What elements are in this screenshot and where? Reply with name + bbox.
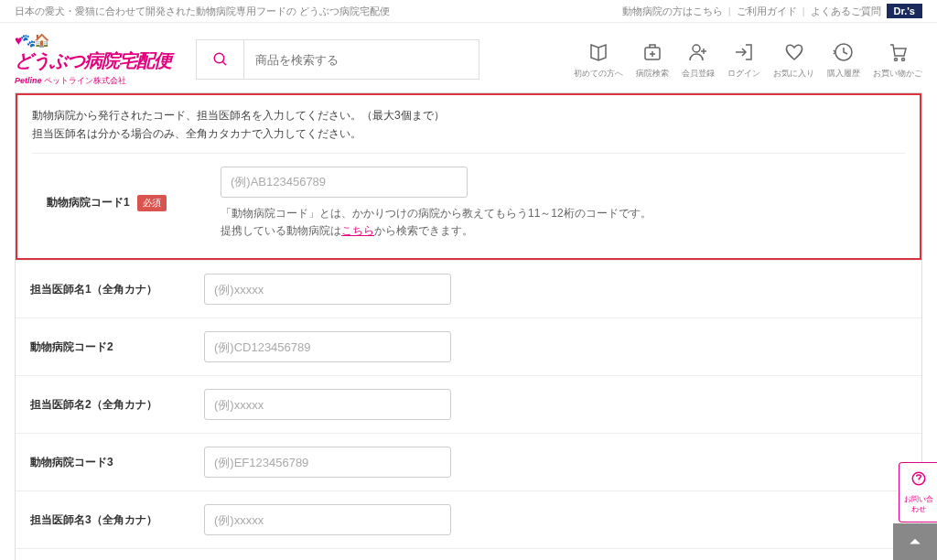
- nav-history[interactable]: 購入履歴: [827, 40, 860, 80]
- logo[interactable]: ♥🐾🏠 どうぶつ病院宅配便 Petline ペットライン株式会社: [15, 32, 179, 87]
- nav-favorite[interactable]: お気に入り: [773, 40, 814, 80]
- logo-decoration-icon: ♥🐾🏠: [15, 33, 48, 48]
- svg-line-1: [222, 61, 226, 65]
- row-hospital-code-2: 動物病院コード2: [16, 318, 921, 375]
- label-doctor-3: 担当医師名3（全角カナ）: [30, 512, 157, 528]
- medkit-icon: [641, 41, 663, 63]
- input-doctor-1[interactable]: [204, 274, 451, 305]
- link-guide[interactable]: ご利用ガイド: [737, 5, 797, 18]
- nav-label: 病院検索: [636, 68, 669, 80]
- row-doctor-3: 担当医師名3（全角カナ）: [16, 490, 921, 548]
- question-icon: [910, 470, 927, 487]
- link-vet[interactable]: 動物病院の方はこちら: [622, 5, 723, 18]
- input-hospital-code-1[interactable]: [221, 167, 468, 198]
- drs-badge[interactable]: Dr.'s: [887, 4, 922, 18]
- input-hospital-code-3[interactable]: [204, 447, 451, 478]
- svg-point-3: [693, 45, 700, 52]
- required-badge: 必須: [137, 195, 167, 211]
- nav-label: お買い物かご: [873, 68, 922, 80]
- login-icon: [733, 41, 755, 63]
- nav-first-time[interactable]: 初めての方へ: [574, 40, 623, 80]
- nav-login[interactable]: ログイン: [727, 40, 760, 80]
- help-text: 「動物病院コード」とは、かかりつけの病院から教えてもらう11～12桁のコードです…: [221, 205, 890, 240]
- search-button[interactable]: [197, 40, 244, 79]
- input-hospital-code-2[interactable]: [204, 331, 451, 362]
- book-icon: [587, 41, 609, 63]
- intro-text: 動物病院から発行されたコード、担当医師名を入力してください。（最大3個まで） 担…: [32, 106, 905, 144]
- pet-section-intro: ペットの情報を入力してください。（最大2匹まで）: [16, 548, 921, 560]
- svg-point-0: [214, 53, 224, 63]
- logo-subtext: Petline ペットライン株式会社: [15, 75, 179, 87]
- nav-label: 初めての方へ: [574, 68, 623, 80]
- svg-point-5: [895, 58, 898, 60]
- highlighted-section: 動物病院から発行されたコード、担当医師名を入力してください。（最大3個まで） 担…: [16, 93, 921, 260]
- nav-cart[interactable]: お買い物かご: [873, 40, 922, 80]
- contact-float-label: お問い合わせ: [903, 494, 933, 514]
- contact-float-button[interactable]: お問い合わせ: [899, 462, 937, 522]
- nav-hospital-search[interactable]: 病院検索: [636, 40, 669, 80]
- user-plus-icon: [687, 41, 709, 63]
- chevron-up-icon: [906, 533, 924, 551]
- nav-label: 会員登録: [682, 68, 715, 80]
- input-doctor-2[interactable]: [204, 389, 451, 420]
- heart-icon: [783, 41, 805, 63]
- search-bar: [196, 39, 479, 80]
- row-hospital-code-1: 動物病院コード1 必須 「動物病院コード」とは、かかりつけの病院から教えてもらう…: [32, 153, 905, 253]
- topbar-links: 動物病院の方はこちら | ご利用ガイド | よくあるご質問 Dr.'s: [622, 4, 922, 18]
- label-doctor-1: 担当医師名1（全角カナ）: [30, 282, 157, 297]
- input-doctor-3[interactable]: [204, 504, 451, 535]
- nav-register[interactable]: 会員登録: [682, 40, 715, 80]
- nav-label: 購入履歴: [827, 68, 860, 80]
- hospital-search-link[interactable]: こちら: [341, 224, 374, 237]
- label-hospital-code-1: 動物病院コード1: [47, 195, 130, 210]
- svg-point-6: [902, 58, 905, 60]
- row-doctor-1: 担当医師名1（全角カナ）: [16, 260, 921, 318]
- tagline: 日本の愛犬・愛猫に合わせて開発された動物病院専用フードの どうぶつ病院宅配便: [15, 5, 390, 18]
- search-icon: [212, 51, 229, 68]
- search-input[interactable]: [244, 40, 479, 79]
- row-doctor-2: 担当医師名2（全角カナ）: [16, 375, 921, 433]
- cart-icon: [887, 41, 909, 63]
- label-hospital-code-3: 動物病院コード3: [30, 455, 113, 470]
- row-hospital-code-3: 動物病院コード3: [16, 433, 921, 490]
- scroll-top-button[interactable]: [893, 523, 937, 560]
- header-icon-bar: 初めての方へ 病院検索 会員登録 ログイン お気に入り 購入履歴 お買い物かご: [574, 40, 922, 80]
- link-faq[interactable]: よくあるご質問: [811, 5, 881, 18]
- logo-text: どうぶつ病院宅配便: [15, 48, 179, 73]
- history-icon: [833, 41, 855, 63]
- nav-label: ログイン: [727, 68, 760, 80]
- label-doctor-2: 担当医師名2（全角カナ）: [30, 397, 157, 413]
- separator: |: [728, 5, 731, 16]
- registration-form: 動物病院から発行されたコード、担当医師名を入力してください。（最大3個まで） 担…: [15, 92, 922, 560]
- separator: |: [802, 5, 805, 16]
- nav-label: お気に入り: [773, 68, 814, 80]
- label-hospital-code-2: 動物病院コード2: [30, 339, 113, 355]
